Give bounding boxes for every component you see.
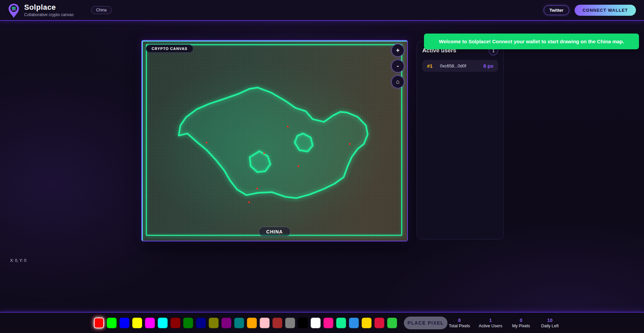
- stat-item: 10Daily Left: [540, 318, 560, 328]
- palette-color-swatch[interactable]: [260, 318, 270, 328]
- stat-label: Active Users: [479, 324, 502, 328]
- placed-pixel: [263, 153, 265, 154]
- palette-color-swatch[interactable]: [158, 318, 168, 328]
- placed-pixel: [349, 143, 351, 145]
- palette-color-swatch[interactable]: [349, 318, 359, 328]
- zoom-out-button[interactable]: -: [391, 60, 404, 72]
- header: Solplace Collaborative crypto canvas Chi…: [0, 0, 644, 21]
- twitter-button[interactable]: Twitter: [544, 5, 569, 15]
- stat-item: 0My Pixels: [511, 318, 531, 328]
- palette-color-swatch[interactable]: [221, 318, 231, 328]
- stat-value: 10: [540, 318, 560, 323]
- user-pixel-count: 8 px: [483, 63, 493, 69]
- palette-color-swatch[interactable]: [336, 318, 346, 328]
- active-users-panel: Active users 1 #10xc658...0d0f8 px: [417, 41, 504, 239]
- user-address: 0xc658...0d0f: [440, 63, 466, 68]
- palette-color-swatch[interactable]: [196, 318, 206, 328]
- region-badge: China: [91, 6, 111, 14]
- color-palette: [94, 318, 397, 328]
- palette-color-swatch[interactable]: [298, 318, 308, 328]
- palette-color-swatch[interactable]: [145, 318, 155, 328]
- place-pixel-button[interactable]: PLACE PIXEL: [404, 317, 447, 329]
- stat-item: 1Active Users: [479, 318, 502, 328]
- stat-value: 0: [511, 318, 531, 323]
- palette-color-swatch[interactable]: [387, 318, 397, 328]
- map-pin-logo-icon: [8, 3, 19, 18]
- home-button[interactable]: ⌂: [391, 75, 404, 88]
- china-map-svg: [142, 41, 407, 241]
- welcome-toast: Welcome to Solplace! Connect your wallet…: [424, 34, 639, 49]
- palette-color-swatch[interactable]: [234, 318, 244, 328]
- palette-color-swatch[interactable]: [94, 318, 104, 328]
- title-block: Solplace Collaborative crypto canvas: [24, 3, 73, 17]
- stat-label: Total Pixels: [449, 324, 470, 328]
- stat-value: 1: [479, 318, 502, 323]
- palette-color-swatch[interactable]: [119, 318, 129, 328]
- placed-pixel: [206, 142, 207, 143]
- palette-color-swatch[interactable]: [272, 318, 282, 328]
- placed-pixel: [298, 166, 299, 167]
- palette-color-swatch[interactable]: [183, 318, 193, 328]
- app-subtitle: Collaborative crypto canvas: [24, 12, 73, 17]
- palette-color-swatch[interactable]: [107, 318, 117, 328]
- user-rank: #1: [427, 63, 433, 69]
- placed-pixel: [249, 202, 250, 203]
- home-icon: ⌂: [396, 78, 399, 85]
- zoom-in-button[interactable]: +: [391, 44, 404, 57]
- stats-bar: 8Total Pixels1Active Users0My Pixels10Da…: [449, 318, 560, 328]
- palette-color-swatch[interactable]: [323, 318, 333, 328]
- palette-color-swatch[interactable]: [209, 318, 219, 328]
- palette-color-swatch[interactable]: [285, 318, 295, 328]
- connect-wallet-button[interactable]: CONNECT WALLET: [575, 5, 636, 16]
- active-users-list: #10xc658...0d0f8 px: [422, 60, 498, 72]
- palette-color-swatch[interactable]: [170, 318, 180, 328]
- palette-color-swatch[interactable]: [247, 318, 257, 328]
- stat-value: 8: [449, 318, 470, 323]
- stat-label: Daily Left: [540, 324, 560, 328]
- palette-color-swatch[interactable]: [311, 318, 321, 328]
- cursor-coordinates: X: 0, Y: 0: [10, 258, 26, 263]
- palette-color-swatch[interactable]: [374, 318, 384, 328]
- footer-toolbar: PLACE PIXEL 8Total Pixels1Active Users0M…: [0, 312, 644, 333]
- header-actions: Twitter CONNECT WALLET: [544, 5, 636, 16]
- palette-color-swatch[interactable]: [132, 318, 142, 328]
- canvas-title-badge: CRYPTO CANVAS: [146, 45, 193, 53]
- zoom-controls: + - ⌂: [391, 44, 404, 88]
- country-label-badge: CHINA: [259, 227, 290, 237]
- palette-color-swatch[interactable]: [362, 318, 372, 328]
- stat-item: 8Total Pixels: [449, 318, 470, 328]
- app-title: Solplace: [24, 3, 73, 12]
- crypto-canvas[interactable]: CRYPTO CANVAS + - ⌂ CHINA: [141, 40, 408, 241]
- placed-pixel: [256, 188, 258, 189]
- stat-label: My Pixels: [511, 324, 531, 328]
- active-user-row[interactable]: #10xc658...0d0f8 px: [422, 60, 498, 72]
- placed-pixel: [287, 126, 288, 127]
